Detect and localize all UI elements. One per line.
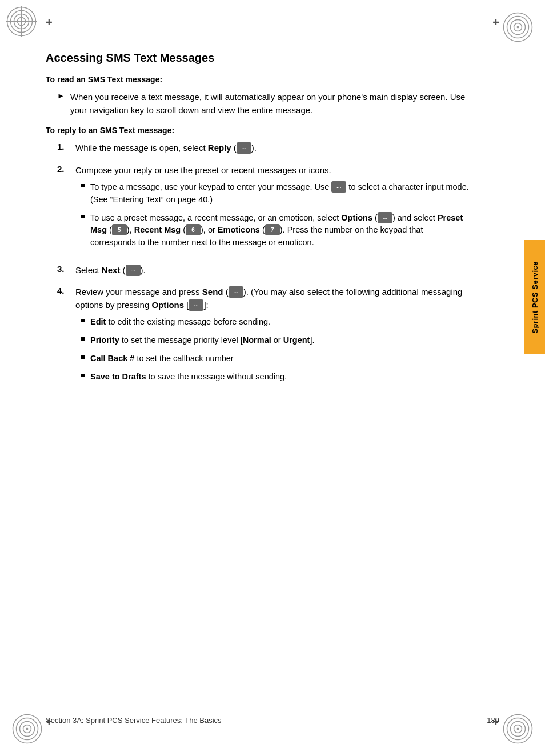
- sub-bullet-4-1-text: Edit to edit the existing message before…: [90, 316, 270, 329]
- crosshair-tr: +: [492, 16, 499, 29]
- main-content: Accessing SMS Text Messages To read an S…: [46, 51, 499, 389]
- corner-decoration-tl: [6, 6, 37, 37]
- step-4: 4. Review your message and press Send (……: [57, 286, 471, 389]
- sub-bullet-4-3-text: Call Back # to set the callback number: [90, 353, 234, 365]
- sub-bullet-4-3: Call Back # to set the callback number: [81, 353, 471, 365]
- side-tab: Sprint PCS Service: [524, 240, 545, 354]
- step-4-number: 4.: [57, 286, 70, 295]
- sub-bullet-4-4: Save to Drafts to save the message witho…: [81, 371, 471, 383]
- sub-bullet-2: To use a preset message, a recent messag…: [81, 212, 471, 249]
- reply-section-label: To reply to an SMS Text message:: [46, 126, 471, 135]
- crosshair-tl: +: [46, 16, 53, 29]
- sub-bullet-4-4-text: Save to Drafts to save the message witho…: [90, 371, 287, 383]
- step-2-number: 2.: [57, 164, 70, 174]
- step-3-text: Select Next (…).: [75, 264, 146, 277]
- sub-bullet-1-text: To type a message, use your keypad to en…: [90, 181, 471, 206]
- read-section-label: To read an SMS Text message:: [46, 75, 471, 84]
- sub-bullet-1: To type a message, use your keypad to en…: [81, 181, 471, 206]
- step-4-sub-bullets: Edit to edit the existing message before…: [81, 316, 471, 383]
- sub-bullet-square-icon-3: [81, 319, 85, 322]
- step-4-text: Review your message and press Send (…). …: [75, 287, 462, 310]
- step-2-content: Compose your reply or use the preset or …: [75, 164, 471, 255]
- step-3: 3. Select Next (…).: [57, 264, 471, 277]
- read-bullet-text: When you receive a text message, it will…: [70, 91, 471, 117]
- read-section: To read an SMS Text message: ► When you …: [46, 75, 471, 117]
- step-4-content: Review your message and press Send (…). …: [75, 286, 471, 389]
- step-3-number: 3.: [57, 264, 70, 274]
- sub-bullet-4-2-text: Priority to set the message priority lev…: [90, 334, 314, 347]
- footer: Section 3A: Sprint PCS Service Features:…: [0, 710, 545, 725]
- read-bullet-item: ► When you receive a text message, it wi…: [57, 91, 471, 117]
- sub-bullet-square-icon-6: [81, 374, 85, 377]
- sub-bullet-square-icon-5: [81, 355, 85, 359]
- numbered-list: 1. While the message is open, select Rep…: [57, 142, 471, 389]
- footer-section-text: Section 3A: Sprint PCS Service Features:…: [46, 716, 222, 725]
- page-title: Accessing SMS Text Messages: [46, 51, 471, 65]
- step-2-text: Compose your reply or use the preset or …: [75, 165, 331, 175]
- step-1-text: While the message is open, select Reply …: [75, 142, 257, 155]
- sub-bullet-square-icon-2: [81, 215, 85, 218]
- sub-bullet-square-icon-4: [81, 337, 85, 341]
- side-tab-label: Sprint PCS Service: [531, 261, 539, 334]
- step-1-number: 1.: [57, 142, 70, 151]
- sub-bullet-2-text: To use a preset message, a recent messag…: [90, 212, 471, 249]
- step-2: 2. Compose your reply or use the preset …: [57, 164, 471, 255]
- footer-page-number: 189: [487, 716, 499, 725]
- reply-section: To reply to an SMS Text message: 1. Whil…: [46, 126, 471, 389]
- page-container: + + + + Sprint PCS Service Accessing SMS…: [0, 0, 545, 756]
- sub-bullet-4-2: Priority to set the message priority lev…: [81, 334, 471, 347]
- sub-bullet-4-1: Edit to edit the existing message before…: [81, 316, 471, 329]
- sub-bullet-square-icon: [81, 184, 85, 187]
- step-2-sub-bullets: To type a message, use your keypad to en…: [81, 181, 471, 249]
- step-1: 1. While the message is open, select Rep…: [57, 142, 471, 155]
- bullet-arrow-icon: ►: [57, 91, 65, 100]
